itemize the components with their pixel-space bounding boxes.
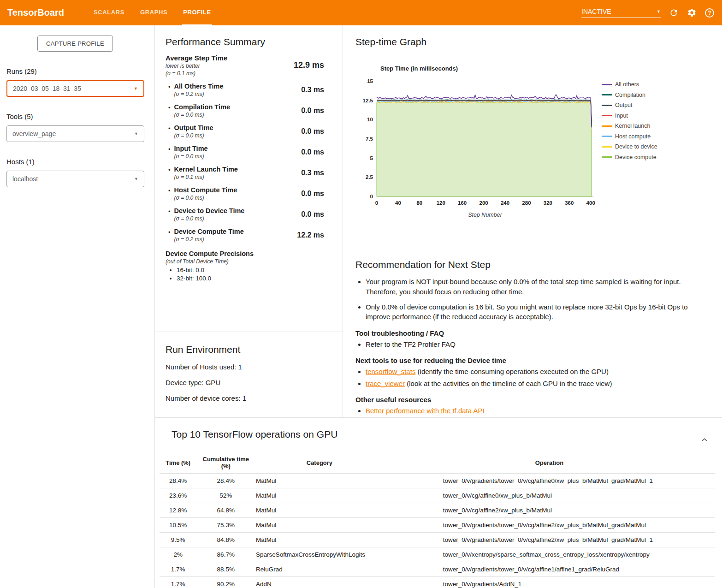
- precision-item: 16-bit: 0.0: [177, 267, 324, 273]
- legend-item[interactable]: Device compute: [602, 154, 657, 160]
- table-cell: MatMul: [255, 518, 384, 533]
- metric-row: •Input Time(σ = 0.0 ms)0.0 ms: [166, 145, 324, 160]
- recommendation-item: Refer to the TF2 Profiler FAQ: [366, 339, 704, 349]
- recommendation-link[interactable]: trace_viewer: [366, 380, 405, 387]
- runs-group: Runs (29) 2020_03_05_18_31_35 ▼: [6, 67, 144, 97]
- table-cell: SparseSoftmaxCrossEntropyWithLogits: [255, 547, 384, 562]
- average-step-time-row: Average Step Time lower is better (σ = 0…: [166, 54, 324, 77]
- app-title: TensorBoard: [7, 7, 93, 18]
- legend-swatch: [602, 146, 612, 148]
- table-cell: 12.8%: [160, 503, 196, 518]
- legend-swatch: [602, 115, 612, 116]
- recommendation-section-list: tensorflow_stats (identify the time-cons…: [355, 367, 704, 388]
- recommendation-section-list: Better performance with the tf.data API: [355, 406, 704, 416]
- hosts-select-value: localhost: [12, 175, 38, 183]
- metric-sigma: (σ = 0.0 ms): [174, 153, 208, 160]
- table-cell: 9.5%: [160, 533, 196, 547]
- legend-item[interactable]: Device to device: [602, 143, 657, 150]
- svg-text:120: 120: [437, 200, 445, 206]
- bullet-icon: •: [168, 187, 171, 201]
- legend-item[interactable]: Compilation: [602, 92, 657, 98]
- legend-item[interactable]: Input: [602, 113, 657, 119]
- table-cell: tower_0/v/gradients/tower_0/v/cg/affine2…: [384, 518, 715, 533]
- svg-text:0: 0: [370, 194, 373, 199]
- left-column: Performance Summary Average Step Time lo…: [155, 25, 343, 417]
- runs-select[interactable]: 2020_03_05_18_31_35 ▼: [6, 80, 144, 97]
- legend-label: All others: [615, 81, 639, 88]
- metric-row: •Output Time(σ = 0.0 ms)0.0 ms: [166, 124, 324, 139]
- metric-label: Device Compute Time: [174, 228, 244, 235]
- svg-text:0: 0: [375, 200, 378, 206]
- recommendation-link[interactable]: tensorflow_stats: [366, 368, 415, 375]
- legend-item[interactable]: Output: [602, 102, 657, 108]
- average-step-time-note: lower is better: [166, 63, 227, 69]
- help-icon[interactable]: ?: [704, 8, 715, 18]
- table-row: 1.7%90.2%AddNtower_0/v/gradients/AddN_1: [160, 577, 715, 588]
- legend-swatch: [602, 136, 612, 137]
- table-cell: 28.4%: [196, 474, 255, 488]
- legend-item[interactable]: Host compute: [602, 133, 657, 140]
- collapse-chevron-icon[interactable]: [701, 436, 708, 445]
- precisions-list: 16-bit: 0.032-bit: 100.0: [166, 267, 324, 282]
- legend-item[interactable]: Kernel launch: [602, 123, 657, 129]
- right-column: Step-time Graph Step Time (in millisecon…: [343, 25, 722, 417]
- run-environment-line: Number of Hosts used: 1: [166, 363, 331, 371]
- top10-title: Top 10 TensorFlow operations on GPU: [172, 429, 715, 440]
- top10-header-row: Time (%)Cumulative time (%)CategoryOpera…: [160, 452, 715, 474]
- table-row: 23.6%52%MatMultower_0/v/cg/affine0/xw_pl…: [160, 488, 715, 503]
- sidebar: CAPTURE PROFILE Runs (29) 2020_03_05_18_…: [0, 25, 154, 588]
- table-row: 9.5%84.8%MatMultower_0/v/gradients/tower…: [160, 533, 715, 547]
- hosts-select[interactable]: localhost ▼: [6, 171, 144, 187]
- tab-graphs[interactable]: GRAPHS: [139, 0, 168, 25]
- svg-text:160: 160: [458, 200, 467, 206]
- table-cell: MatMul: [255, 533, 384, 547]
- precision-item: 32-bit: 100.0: [177, 275, 324, 282]
- tools-select[interactable]: overview_page ▼: [6, 125, 144, 142]
- run-environment-line: Number of device cores: 1: [166, 394, 331, 402]
- metric-value: 0.0 ms: [301, 127, 324, 136]
- step-time-graph-title: Step-time Graph: [355, 36, 713, 48]
- bullet-icon: •: [168, 104, 171, 118]
- tab-scalars[interactable]: SCALARS: [93, 0, 125, 25]
- metric-value: 0.3 ms: [301, 86, 324, 94]
- table-cell: 1.7%: [160, 562, 196, 577]
- svg-text:360: 360: [565, 200, 574, 206]
- average-step-time-label: Average Step Time: [166, 54, 227, 62]
- nav-tabs: SCALARSGRAPHSPROFILE: [93, 0, 212, 25]
- hosts-group: Hosts (1) localhost ▼: [6, 158, 144, 187]
- refresh-icon[interactable]: [669, 8, 679, 18]
- metric-value: 0.0 ms: [301, 107, 324, 115]
- table-cell: tower_0/v/xentropy/sparse_softmax_cross_…: [384, 547, 715, 562]
- legend-label: Output: [615, 102, 633, 108]
- chart-host: 02.557.51012.515040801201602002402803203…: [355, 75, 597, 220]
- legend-item[interactable]: All others: [602, 81, 657, 88]
- bullet-icon: •: [168, 208, 171, 222]
- recommendation-link[interactable]: Better performance with the tf.data API: [366, 407, 485, 415]
- svg-text:400: 400: [586, 200, 595, 206]
- recommendation-item: Better performance with the tf.data API: [366, 406, 704, 416]
- recommendation-item-text: Refer to the TF2 Profiler FAQ: [366, 340, 456, 348]
- table-cell: 84.8%: [196, 533, 255, 547]
- bullet-icon: •: [168, 83, 171, 97]
- run-environment-panel: Run Environment Number of Hosts used: 1D…: [155, 332, 343, 417]
- legend-label: Device compute: [615, 154, 657, 160]
- table-cell: tower_0/v/cg/affine2/xw_plus_b/MatMul: [384, 503, 715, 518]
- run-environment-line: Device type: GPU: [166, 379, 331, 386]
- metric-value: 0.0 ms: [301, 210, 324, 219]
- chevron-down-icon: ▼: [657, 9, 661, 14]
- metric-value: 0.0 ms: [301, 148, 324, 156]
- tab-profile[interactable]: PROFILE: [182, 0, 212, 25]
- recommendation-item-text: (look at the activities on the timeline …: [405, 380, 612, 387]
- capture-profile-button[interactable]: CAPTURE PROFILE: [37, 36, 113, 52]
- status-dropdown[interactable]: INACTIVE ▼: [581, 8, 661, 18]
- table-cell: tower_0/v/gradients/tower_0/v/cg/affine2…: [384, 533, 715, 547]
- recommendation-panel: Recommendation for Next Step Your progra…: [343, 247, 722, 417]
- metric-label: Host Compute Time: [174, 186, 237, 194]
- svg-text:Step Number: Step Number: [468, 212, 502, 218]
- tools-select-value: overview_page: [12, 130, 56, 137]
- runs-label: Runs (29): [6, 67, 144, 75]
- metric-row: •Compilation Time(σ = 0.0 ms)0.0 ms: [166, 103, 324, 118]
- settings-gear-icon[interactable]: [686, 8, 697, 18]
- svg-text:80: 80: [416, 200, 422, 206]
- table-row: 28.4%28.4%MatMultower_0/v/gradients/towe…: [160, 474, 715, 488]
